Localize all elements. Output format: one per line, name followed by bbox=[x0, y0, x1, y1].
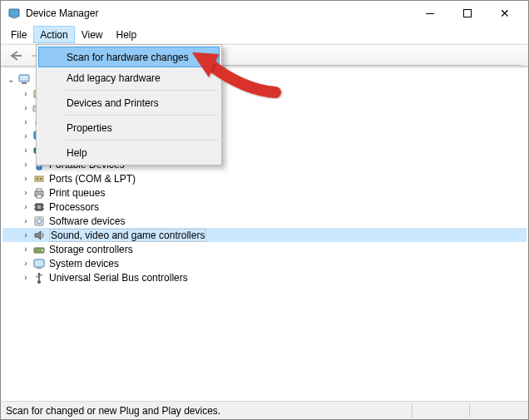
tree-item[interactable]: ›Universal Serial Bus controllers bbox=[2, 270, 527, 284]
menu-help[interactable]: Help bbox=[38, 142, 220, 163]
menu-action[interactable]: Action bbox=[33, 26, 74, 43]
svg-point-24 bbox=[37, 178, 38, 180]
tree-item-label: Sound, video and game controllers bbox=[49, 229, 206, 242]
tree-item-label: Universal Serial Bus controllers bbox=[49, 272, 188, 284]
window-title: Device Manager bbox=[26, 7, 411, 19]
tree-item-label: Print queues bbox=[49, 187, 105, 199]
tree-item[interactable]: ›Software devices bbox=[2, 214, 527, 228]
svg-rect-40 bbox=[37, 268, 42, 269]
menu-devices-printers[interactable]: Devices and Printers bbox=[38, 92, 220, 113]
cpu-icon bbox=[32, 200, 46, 214]
tree-item[interactable]: ›Storage controllers bbox=[2, 242, 527, 256]
svg-rect-27 bbox=[37, 189, 42, 191]
chevron-right-icon[interactable]: › bbox=[21, 174, 31, 183]
chevron-right-icon[interactable]: › bbox=[21, 89, 31, 98]
minimize-button[interactable] bbox=[411, 2, 448, 26]
port-icon bbox=[32, 172, 46, 185]
action-dropdown: Scan for hardware changes Add legacy har… bbox=[36, 44, 222, 166]
close-button[interactable]: ✕ bbox=[486, 2, 523, 26]
software-icon bbox=[32, 215, 46, 228]
menu-bar: File Action View Help bbox=[1, 26, 528, 44]
svg-point-38 bbox=[42, 250, 43, 251]
tree-item-label: Software devices bbox=[49, 215, 125, 227]
chevron-right-icon[interactable]: › bbox=[21, 273, 31, 282]
chevron-right-icon[interactable]: › bbox=[21, 188, 31, 197]
storage-icon bbox=[32, 243, 46, 256]
printer-icon bbox=[32, 186, 46, 200]
system-icon bbox=[32, 257, 46, 270]
menu-scan-hardware[interactable]: Scan for hardware changes bbox=[38, 47, 220, 67]
tree-item[interactable]: ›Ports (COM & LPT) bbox=[2, 171, 527, 185]
chevron-right-icon[interactable]: › bbox=[21, 131, 31, 141]
chevron-right-icon[interactable]: › bbox=[21, 259, 31, 268]
svg-rect-0 bbox=[9, 9, 19, 17]
computer-icon bbox=[17, 72, 31, 86]
tree-item-label: Processors bbox=[49, 201, 99, 213]
chevron-right-icon[interactable]: › bbox=[21, 117, 31, 126]
svg-rect-5 bbox=[22, 82, 27, 84]
svg-rect-39 bbox=[34, 259, 44, 267]
chevron-right-icon[interactable]: › bbox=[21, 230, 31, 240]
svg-rect-28 bbox=[37, 195, 42, 198]
tree-item[interactable]: ›Print queues bbox=[2, 185, 527, 200]
maximize-button[interactable] bbox=[448, 2, 486, 26]
tree-item-label: Storage controllers bbox=[49, 244, 133, 255]
chevron-right-icon[interactable]: › bbox=[21, 146, 31, 155]
tree-item-label: Ports (COM & LPT) bbox=[49, 173, 136, 185]
chevron-right-icon[interactable]: › bbox=[21, 202, 31, 211]
app-icon bbox=[7, 7, 21, 20]
chevron-right-icon[interactable]: › bbox=[21, 245, 31, 254]
svg-rect-1 bbox=[12, 17, 17, 18]
chevron-down-icon[interactable]: ⌄ bbox=[6, 75, 16, 84]
title-bar: Device Manager ✕ bbox=[1, 1, 528, 26]
menu-properties[interactable]: Properties bbox=[38, 117, 220, 138]
sound-icon bbox=[32, 229, 46, 242]
tree-item[interactable]: ›System devices bbox=[2, 256, 527, 270]
status-text: Scan for changed or new Plug and Play de… bbox=[6, 405, 408, 417]
tree-item[interactable]: ›Processors bbox=[2, 200, 527, 214]
menu-help[interactable]: Help bbox=[110, 26, 144, 43]
back-button[interactable] bbox=[6, 47, 26, 65]
usb-icon bbox=[32, 271, 46, 284]
svg-rect-4 bbox=[19, 75, 29, 82]
menu-file[interactable]: File bbox=[4, 26, 33, 43]
svg-rect-30 bbox=[37, 205, 41, 209]
menu-add-legacy[interactable]: Add legacy hardware bbox=[38, 67, 220, 88]
svg-rect-23 bbox=[35, 176, 43, 181]
chevron-right-icon[interactable]: › bbox=[21, 216, 31, 225]
status-bar: Scan for changed or new Plug and Play de… bbox=[1, 401, 528, 419]
chevron-right-icon[interactable]: › bbox=[21, 103, 31, 112]
svg-point-25 bbox=[40, 178, 42, 180]
chevron-right-icon[interactable]: › bbox=[21, 160, 31, 169]
svg-point-41 bbox=[37, 280, 41, 284]
tree-item[interactable]: ›Sound, video and game controllers bbox=[2, 228, 527, 242]
tree-item-label: System devices bbox=[49, 258, 119, 269]
menu-view[interactable]: View bbox=[75, 26, 110, 43]
